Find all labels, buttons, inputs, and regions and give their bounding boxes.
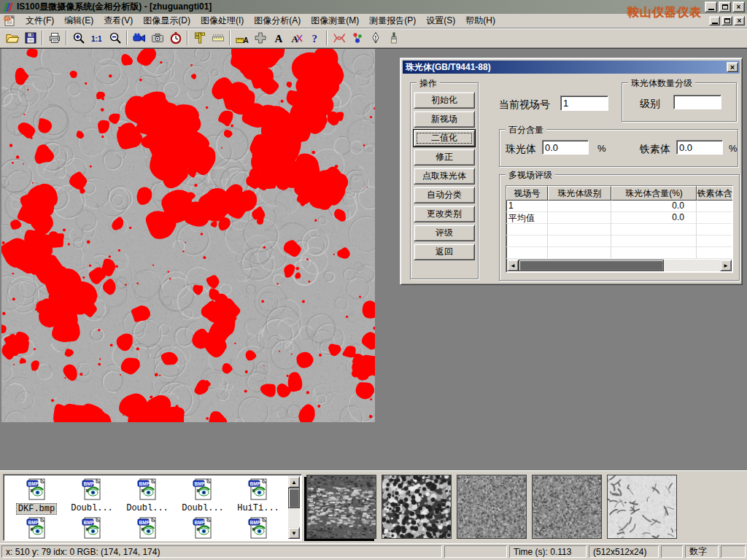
scroll-up-icon[interactable]: ▲ [288,476,300,488]
file-item[interactable]: BMPDoubl... [176,478,230,515]
table-cell: 平均值 [506,212,548,224]
close-button[interactable]: × [732,1,745,12]
metallograph-image[interactable] [1,49,375,422]
menu-item-3[interactable]: 图像显示(D) [138,13,196,28]
merge-cross-button[interactable] [251,30,269,47]
op-button-1[interactable]: 新视场 [414,111,475,128]
current-field-label: 当前视场号 [499,98,550,112]
thumbnail-0[interactable] [306,475,376,539]
table-row[interactable]: 平均值0.0 [506,212,733,224]
rating-table[interactable]: 视场号珠光体级别珠光体含量(%)铁素体含量(%) 10.0平均值0.0 ◄ ► [506,185,733,273]
brush-button[interactable] [384,30,403,47]
scroll-right-icon[interactable]: ► [720,260,732,271]
zoom-out-button[interactable] [106,30,124,47]
menu-item-5[interactable]: 图像分析(A) [249,13,306,28]
zoom-in-icon [71,31,86,45]
table-cell [548,236,611,247]
restore-button[interactable] [719,1,731,12]
menu-item-0[interactable]: 文件(F) [20,13,59,28]
file-vscrollbar[interactable]: ▲ ▼ [288,476,300,539]
thumbnail-3[interactable] [532,475,602,539]
table-header-1[interactable]: 珠光体级别 [548,186,611,201]
rating-table-body: 10.0平均值0.0 [506,201,732,259]
ferrite-percent-input[interactable] [676,140,723,155]
svg-text:?: ? [311,33,317,44]
current-field-input[interactable] [560,96,608,111]
menu-item-7[interactable]: 测量报告(P) [364,13,421,28]
text-a-button[interactable]: A [269,30,287,47]
file-name: HuiTi... [236,503,281,513]
file-item[interactable]: BMPDoubl... [65,478,119,515]
ruler-button[interactable] [209,30,227,47]
table-row[interactable] [506,236,733,247]
op-button-8[interactable]: 返回 [414,244,475,260]
op-button-4[interactable]: 点取珠光体 [414,168,475,184]
grade-input[interactable] [673,95,721,109]
actual-size-icon: 1:1 [90,31,104,45]
file-item[interactable]: BMP [120,516,174,539]
menu-item-8[interactable]: 设置(S) [421,13,460,28]
thumbnail-4[interactable] [607,475,677,539]
video-camera-button[interactable] [130,30,148,47]
file-item[interactable]: BMPDoubl... [120,478,174,515]
help-button[interactable]: ? [306,30,324,47]
table-row[interactable]: 10.0 [506,201,733,212]
child-close-button[interactable]: × [734,16,745,26]
table-row[interactable] [506,247,733,259]
timer-clock-button[interactable] [166,30,185,47]
menu-item-4[interactable]: 图像处理(I) [196,13,249,28]
table-row[interactable] [506,224,733,236]
caliper-button[interactable] [190,30,209,47]
menu-item-2[interactable]: 查看(V) [98,13,138,28]
application-window: IS100显微摄像系统(金相分析版) - [zhuguangti01] × 鞍山… [0,0,747,560]
scroll-left-icon[interactable]: ◄ [507,260,519,271]
file-item[interactable]: BMP [231,516,285,539]
grade-label: 级别 [640,98,660,111]
thumbnail-2[interactable] [457,475,527,539]
table-header-0[interactable]: 视场号 [506,186,548,201]
open-folder-button[interactable] [3,30,21,47]
menu-item-1[interactable]: 编辑(E) [59,13,98,28]
op-button-6[interactable]: 更改类别 [414,206,475,222]
camera-button[interactable] [148,30,166,47]
minimize-button[interactable] [705,1,717,12]
text-delete-button[interactable]: A [287,30,306,47]
child-minimize-button[interactable] [709,16,720,26]
menu-item-9[interactable]: 帮助(H) [460,13,500,28]
op-button-2[interactable]: 二值化 [414,130,475,147]
thumbnail-1[interactable] [382,475,452,539]
file-item[interactable]: BMPDKF.bmp [9,478,63,515]
measure-label-button[interactable]: A [233,30,251,47]
file-item[interactable]: BMP [176,516,230,539]
table-hscrollbar[interactable]: ◄ ► [507,260,732,271]
table-cell [697,201,733,212]
op-button-3[interactable]: 修正 [414,149,475,166]
zoom-in-button[interactable] [69,30,88,47]
table-header-3[interactable]: 铁素体含量(%) [697,186,733,201]
file-item[interactable]: BMP [65,516,119,539]
child-restore-button[interactable] [721,16,732,26]
document-icon[interactable]: DOC [3,15,18,27]
ferrite-label: 铁素体 [640,143,670,156]
op-button-5[interactable]: 自动分类 [414,187,475,203]
save-button[interactable] [21,30,39,47]
actual-size-button[interactable]: 1:1 [88,30,106,47]
op-button-7[interactable]: 评级 [414,225,475,241]
delete-curve-button[interactable] [330,30,348,47]
table-header-2[interactable]: 珠光体含量(%) [611,186,697,201]
particles-button[interactable] [348,30,366,47]
dialog-title-bar[interactable]: 珠光体(GB/T9441-88) × [403,61,740,74]
svg-text:BMP: BMP [84,481,95,486]
vscroll-thumb[interactable] [288,488,300,508]
print-button[interactable] [45,30,63,47]
dialog-close-icon[interactable]: × [727,62,738,72]
file-item[interactable]: BMP [9,516,63,539]
menu-item-6[interactable]: 图像测量(M) [306,13,364,28]
file-item[interactable]: BMPHuiTi... [231,478,285,515]
scroll-down-icon[interactable]: ▼ [288,527,300,539]
timer-clock-icon [169,31,183,45]
op-button-0[interactable]: 初始化 [414,92,475,109]
hscroll-thumb[interactable] [519,260,664,271]
pen-button[interactable] [366,30,384,47]
pearlite-percent-input[interactable] [542,140,589,155]
